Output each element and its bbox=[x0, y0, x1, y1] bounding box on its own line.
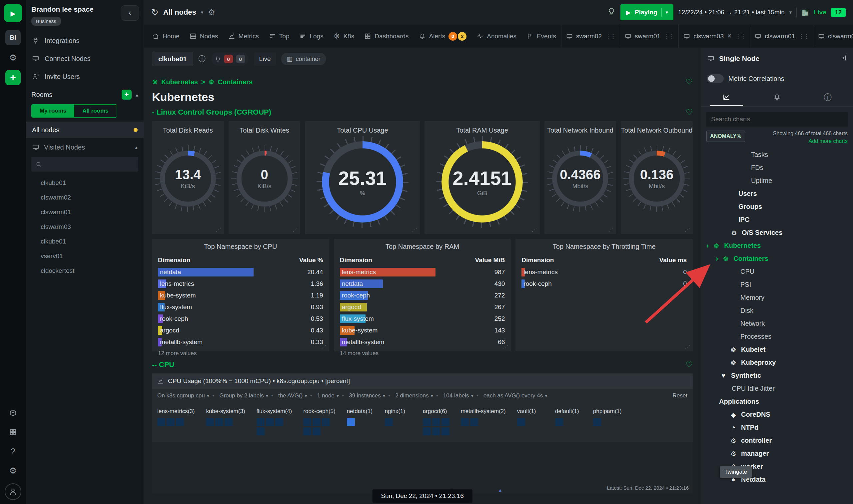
chart-control-dropdown[interactable]: On k8s.cgroup.cpu▾ bbox=[157, 392, 209, 399]
charts-menu-item[interactable]: ☸ Kubeproxy bbox=[701, 356, 853, 369]
date-range-picker[interactable]: 12/22/24 • 21:06 → 21:21 • last 15min bbox=[678, 9, 785, 16]
tab-dashboards[interactable]: Dashboards bbox=[359, 25, 413, 48]
heatmap-cell[interactable] bbox=[555, 418, 563, 426]
charts-menu-item[interactable]: Applications bbox=[701, 395, 853, 408]
user-avatar[interactable] bbox=[5, 483, 21, 500]
drag-handle-icon[interactable]: ⋮⋮ bbox=[798, 33, 808, 40]
tab-charts[interactable] bbox=[701, 88, 752, 106]
table-row[interactable]: netdata 430 bbox=[340, 278, 505, 289]
chart-control-dropdown[interactable]: each as AVG() every 4s▾ bbox=[474, 392, 548, 399]
visited-node-item[interactable]: clkube01 bbox=[26, 176, 144, 190]
charts-menu-item[interactable]: ◆ CoreDNS bbox=[701, 408, 853, 421]
visited-node-item[interactable]: clswarm02 bbox=[26, 190, 144, 205]
heatmap-cell[interactable] bbox=[442, 418, 449, 426]
workspace-settings-icon[interactable]: ⚙ bbox=[5, 50, 21, 65]
gauge-panel-net-outbound[interactable]: Total Network Outbound 0.136Mbit/s ⋰ bbox=[621, 121, 693, 234]
table-top-namespace-throttling[interactable]: Top Namespace by Throttling Time Dimensi… bbox=[515, 239, 693, 352]
breadcrumb[interactable]: ☸ Kubernetes > ☸ Containers bbox=[152, 78, 252, 86]
charts-menu-item[interactable]: ⚙ manager bbox=[701, 447, 853, 460]
table-row[interactable]: kube-system 1.19 bbox=[158, 290, 323, 301]
gauge-panel-disk-writes[interactable]: Total Disk Writes 0KiB/s ⋰ bbox=[229, 121, 301, 234]
heatmap-cell[interactable] bbox=[432, 418, 440, 426]
namespace-group-label[interactable]: lens-metrics(3) bbox=[157, 408, 195, 415]
charts-menu-item[interactable]: ⚙ controller bbox=[701, 434, 853, 447]
selected-node-pill[interactable]: clkube01 bbox=[152, 52, 193, 66]
more-values-label[interactable]: 12 more values bbox=[158, 350, 323, 357]
heatmap-cell[interactable] bbox=[166, 418, 175, 426]
resize-handle[interactable]: ⋰ bbox=[608, 227, 614, 233]
tab-home[interactable]: Home bbox=[147, 25, 184, 48]
heatmap-cell[interactable] bbox=[470, 418, 478, 426]
charts-menu-item[interactable]: Network bbox=[701, 317, 853, 330]
node-tab[interactable]: swarm02 ⋮⋮ bbox=[561, 25, 620, 48]
chevron-right-icon[interactable]: › bbox=[716, 254, 718, 263]
sidebar-item-connect-nodes[interactable]: Connect Nodes bbox=[26, 50, 144, 68]
tab-anomalies[interactable]: Anomalies bbox=[472, 25, 521, 48]
resize-handle[interactable]: ⋰ bbox=[532, 227, 537, 233]
node-tab[interactable]: clswarm02 ⋮⋮ bbox=[813, 25, 853, 48]
gauge-panel-ram[interactable]: Total RAM Usage 2.4151GiB ⋰ bbox=[425, 121, 539, 234]
table-row[interactable]: metallb-system 66 bbox=[340, 337, 505, 347]
gauge-panel-net-inbound[interactable]: Total Network Inbound 0.4366Mbit/s ⋰ bbox=[545, 121, 617, 234]
tab-nodes[interactable]: Nodes bbox=[184, 25, 223, 48]
section-title[interactable]: - Linux Control Groups (CGROUP) bbox=[152, 108, 271, 116]
namespace-group-label[interactable]: phpipam(1) bbox=[593, 408, 622, 415]
drag-handle-icon[interactable]: ⋮⋮ bbox=[664, 33, 674, 40]
live-node-count-badge[interactable]: 12 bbox=[831, 8, 846, 17]
namespace-group-label[interactable]: default(1) bbox=[555, 408, 582, 415]
table-row[interactable]: netdata 20.44 bbox=[158, 267, 323, 277]
breadcrumb-current[interactable]: Containers bbox=[218, 78, 252, 86]
add-workspace-button[interactable]: + bbox=[5, 70, 21, 85]
chart-canvas[interactable]: ▲ ▲ Latest: Sun, Dec 22, 2024 • 21:23:16 bbox=[152, 442, 693, 493]
charts-menu-item[interactable]: IPC bbox=[701, 213, 853, 226]
heatmap-cell[interactable] bbox=[313, 427, 321, 435]
heatmap-cell[interactable] bbox=[157, 418, 165, 426]
heatmap-cell[interactable] bbox=[303, 427, 311, 435]
workspace-avatar[interactable]: Bl bbox=[5, 30, 21, 45]
integrations-cube-icon[interactable] bbox=[6, 406, 20, 419]
charts-menu-item[interactable]: ☸ Kubelet bbox=[701, 343, 853, 356]
sidebar-collapse-button[interactable]: ‹ bbox=[121, 5, 139, 21]
namespace-group-label[interactable]: flux-system(4) bbox=[256, 408, 292, 415]
chevron-down-icon[interactable]: ▾ bbox=[789, 9, 792, 15]
close-icon[interactable]: ✕ bbox=[727, 33, 732, 40]
reset-button[interactable]: Reset bbox=[673, 392, 688, 399]
heatmap-cell[interactable] bbox=[593, 418, 601, 426]
table-top-namespace-ram[interactable]: Top Namespace by RAM Dimension Value MiB… bbox=[334, 239, 511, 352]
table-row[interactable]: kube-system 143 bbox=[340, 325, 505, 336]
charts-menu-item[interactable]: CPU Idle Jitter bbox=[701, 382, 853, 395]
namespace-group-label[interactable]: netdata(1) bbox=[347, 408, 374, 415]
heatmap-cell[interactable] bbox=[385, 418, 393, 426]
node-alerts-pill[interactable]: 0 0 bbox=[211, 52, 249, 66]
favorite-heart-icon[interactable]: ♡ bbox=[686, 108, 693, 117]
drag-handle-icon[interactable]: ⋮⋮ bbox=[605, 33, 615, 40]
heatmap-cell[interactable] bbox=[313, 418, 321, 426]
heatmap-cell[interactable] bbox=[442, 427, 449, 435]
chart-control-dropdown[interactable]: 104 labels▾ bbox=[433, 392, 474, 399]
table-row[interactable]: argocd 0.43 bbox=[158, 325, 323, 336]
chart-control-dropdown[interactable]: 39 instances▾ bbox=[339, 392, 385, 399]
sidebar-item-integrations[interactable]: Integrations bbox=[26, 32, 144, 50]
tab-info[interactable]: ⓘ bbox=[802, 88, 853, 106]
charts-menu-item[interactable]: ⚙ O/S Services bbox=[701, 226, 853, 239]
drag-handle-icon[interactable]: ⋮⋮ bbox=[735, 33, 745, 40]
breadcrumb-root[interactable]: Kubernetes bbox=[161, 78, 198, 86]
spaces-grid-icon[interactable] bbox=[6, 426, 20, 439]
favorite-heart-icon[interactable]: ♡ bbox=[686, 360, 693, 370]
tab-metrics[interactable]: Metrics bbox=[223, 25, 264, 48]
chevron-up-icon[interactable]: ▴ bbox=[136, 92, 138, 98]
charts-menu-item[interactable]: ◔ NTPd bbox=[701, 421, 853, 434]
visited-node-item[interactable]: clswarm03 bbox=[26, 219, 144, 234]
chevron-down-icon[interactable]: ▾ bbox=[201, 9, 203, 15]
heatmap-cell[interactable] bbox=[215, 418, 223, 426]
tab-alerts[interactable]: Alerts 0 2 bbox=[414, 25, 472, 48]
resize-handle[interactable]: ⋰ bbox=[685, 344, 690, 350]
heatmap-cell[interactable] bbox=[256, 427, 265, 435]
tab-my-rooms[interactable]: My rooms bbox=[32, 105, 74, 117]
resize-handle[interactable]: ⋰ bbox=[292, 227, 298, 233]
table-row[interactable]: flux-system 252 bbox=[340, 313, 505, 324]
tab-k8s[interactable]: ☸ K8s bbox=[328, 25, 359, 48]
anomaly-rate-chip[interactable]: ANOMALY% bbox=[706, 130, 745, 142]
charts-menu-item[interactable]: PSI bbox=[701, 278, 853, 291]
visited-nodes-header[interactable]: Visited Nodes ▴ bbox=[26, 138, 144, 156]
